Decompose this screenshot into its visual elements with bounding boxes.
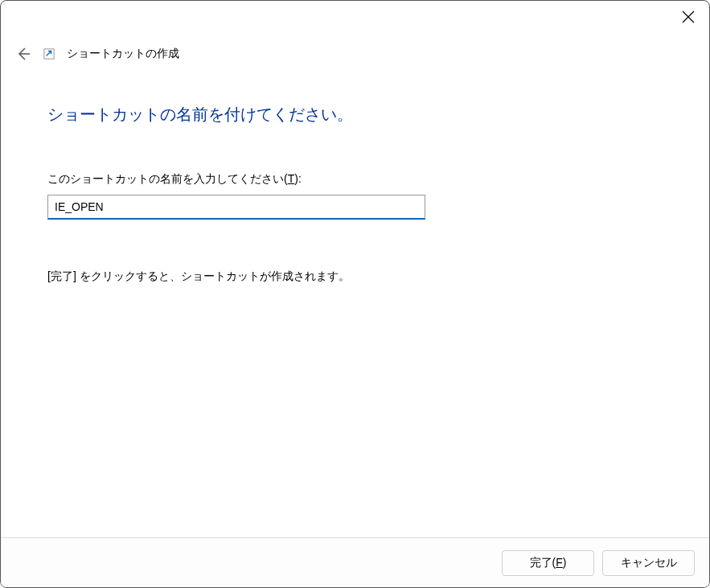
footer: 完了(F) キャンセル (1, 537, 709, 587)
shortcut-name-input[interactable] (47, 195, 425, 220)
name-input-label: このショートカットの名前を入力してください(T): (47, 172, 663, 187)
close-icon[interactable] (682, 10, 695, 23)
wizard-title: ショートカットの作成 (67, 47, 179, 61)
wizard-header: ショートカットの作成 (15, 46, 179, 62)
shortcut-icon (43, 47, 55, 60)
back-arrow-icon[interactable] (15, 46, 31, 62)
finish-button[interactable]: 完了(F) (502, 550, 594, 576)
content-area: ショートカットの名前を付けてください。 このショートカットの名前を入力してくださ… (47, 104, 663, 284)
titlebar (682, 1, 709, 33)
cancel-button[interactable]: キャンセル (602, 550, 695, 576)
hint-text: [完了] をクリックすると、ショートカットが作成されます。 (47, 269, 663, 284)
page-heading: ショートカットの名前を付けてください。 (47, 104, 663, 125)
